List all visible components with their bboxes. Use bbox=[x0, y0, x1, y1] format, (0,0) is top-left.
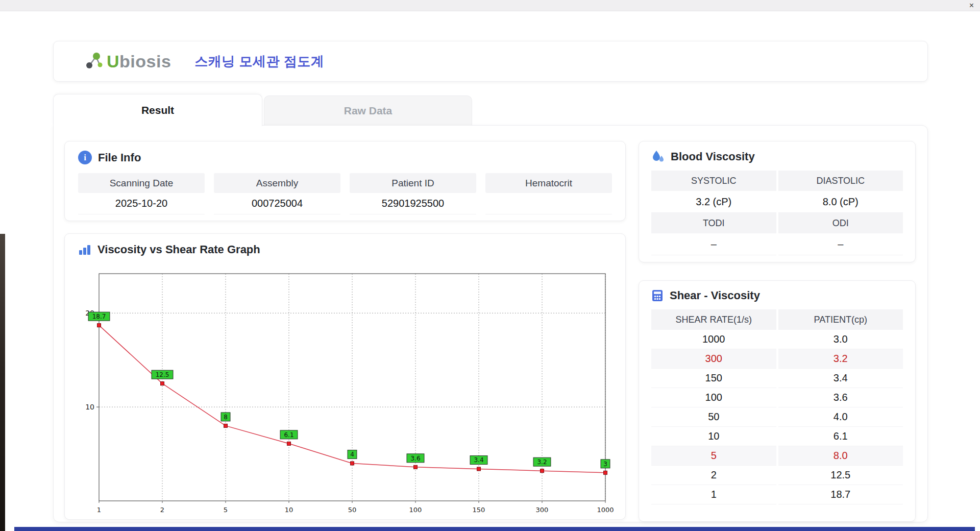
tab-result-label: Result bbox=[141, 104, 174, 116]
field-value bbox=[485, 193, 612, 214]
bar-chart-icon bbox=[78, 244, 91, 256]
shear-rate-cell: 150 bbox=[651, 369, 776, 388]
blood-viscosity-table: SYSTOLIC DIASTOLIC 3.2 (cP) 8.0 (cP) TOD… bbox=[651, 171, 903, 255]
svg-text:5: 5 bbox=[224, 506, 228, 514]
svg-text:3.6: 3.6 bbox=[410, 455, 420, 462]
graph-title: Viscosity vs Shear Rate Graph bbox=[97, 243, 260, 256]
shear-rate-column-header: SHEAR RATE(1/s) bbox=[651, 309, 776, 330]
tab-raw-data[interactable]: Raw Data bbox=[264, 95, 472, 126]
systolic-value: 3.2 (cP) bbox=[651, 191, 776, 213]
blood-viscosity-title-row: Blood Viscosity bbox=[651, 150, 903, 163]
tab-result[interactable]: Result bbox=[53, 94, 262, 126]
desktop-background-edge bbox=[0, 234, 5, 531]
svg-text:1: 1 bbox=[97, 506, 101, 514]
field-value: 52901925500 bbox=[350, 193, 476, 214]
svg-text:10: 10 bbox=[285, 506, 293, 514]
svg-text:2: 2 bbox=[160, 506, 164, 514]
shear-viscosity-table: SHEAR RATE(1/s) PATIENT(cp) 1000 3.0 300… bbox=[651, 309, 903, 504]
ubiosis-logo: Ubiosis bbox=[83, 51, 171, 71]
svg-text:150: 150 bbox=[473, 506, 485, 514]
logo-text-u: U bbox=[107, 52, 119, 71]
droplets-icon bbox=[651, 150, 665, 163]
header: Ubiosis 스캐닝 모세관 점도계 bbox=[53, 41, 928, 82]
shear-rate-cell: 1 bbox=[651, 485, 776, 504]
systolic-header: SYSTOLIC bbox=[651, 171, 776, 191]
shear-rate-cell: 100 bbox=[651, 388, 776, 407]
shear-rate-cell: 10 bbox=[651, 427, 776, 446]
svg-text:3: 3 bbox=[603, 461, 607, 468]
svg-text:8: 8 bbox=[224, 414, 228, 421]
svg-text:12.5: 12.5 bbox=[156, 371, 169, 378]
shear-rate-cell: 5 bbox=[651, 446, 776, 466]
shear-rate-cell: 50 bbox=[651, 407, 776, 427]
patient-column-header: PATIENT(cp) bbox=[778, 309, 903, 330]
shear-viscosity-title: Shear - Viscosity bbox=[670, 289, 760, 302]
field-label: Scanning Date bbox=[78, 173, 205, 193]
patient-cell: 8.0 bbox=[778, 446, 903, 466]
field-label: Hematocrit bbox=[485, 173, 612, 193]
field-label: Assembly bbox=[214, 173, 340, 193]
patient-cell: 12.5 bbox=[778, 466, 903, 485]
patient-cell: 4.0 bbox=[778, 407, 903, 427]
logo-text: Ubiosis bbox=[107, 52, 171, 71]
viscosity-chart: 10201251050100150300100018.712.586.143.6… bbox=[65, 234, 626, 520]
file-info-title: File Info bbox=[98, 151, 141, 164]
diastolic-value: 8.0 (cP) bbox=[778, 191, 903, 213]
svg-text:50: 50 bbox=[348, 506, 357, 514]
todi-header: TODI bbox=[651, 213, 776, 233]
svg-text:20: 20 bbox=[85, 309, 94, 317]
odi-header: ODI bbox=[778, 213, 903, 233]
svg-text:1000: 1000 bbox=[597, 506, 614, 514]
shear-viscosity-title-row: Shear - Viscosity bbox=[651, 289, 903, 302]
blood-viscosity-title: Blood Viscosity bbox=[671, 150, 755, 163]
shear-rate-cell: 2 bbox=[651, 466, 776, 485]
molecule-icon bbox=[83, 51, 105, 71]
field-assembly: Assembly 000725004 bbox=[214, 173, 340, 214]
svg-text:4: 4 bbox=[350, 451, 354, 458]
field-patient-id: Patient ID 52901925500 bbox=[350, 173, 476, 214]
patient-cell: 3.0 bbox=[778, 330, 903, 349]
field-value: 2025-10-20 bbox=[78, 193, 205, 214]
svg-text:3.4: 3.4 bbox=[474, 456, 483, 464]
odi-value: – bbox=[778, 233, 903, 255]
svg-text:300: 300 bbox=[536, 506, 549, 514]
field-hematocrit: Hematocrit bbox=[485, 173, 612, 214]
file-info-card: i File Info Scanning Date 2025-10-20 Ass… bbox=[64, 141, 626, 221]
shear-viscosity-card: Shear - Viscosity SHEAR RATE(1/s) PATIEN… bbox=[639, 280, 916, 522]
patient-cell: 18.7 bbox=[778, 485, 903, 504]
shear-rate-cell: 1000 bbox=[651, 330, 776, 349]
window-titlebar: × bbox=[0, 0, 980, 11]
tab-raw-data-label: Raw Data bbox=[344, 105, 393, 117]
svg-text:18.7: 18.7 bbox=[92, 313, 106, 320]
calculator-icon bbox=[651, 289, 664, 302]
diastolic-header: DIASTOLIC bbox=[778, 171, 903, 191]
patient-cell: 3.6 bbox=[778, 388, 903, 407]
window-bottom-edge bbox=[14, 527, 975, 531]
close-icon[interactable]: × bbox=[969, 0, 974, 11]
svg-text:100: 100 bbox=[409, 506, 422, 514]
svg-text:6.1: 6.1 bbox=[284, 431, 293, 439]
patient-cell: 3.4 bbox=[778, 369, 903, 388]
field-value: 000725004 bbox=[214, 193, 340, 214]
svg-text:10: 10 bbox=[85, 403, 94, 411]
blood-viscosity-card: Blood Viscosity SYSTOLIC DIASTOLIC 3.2 (… bbox=[639, 141, 916, 262]
field-scanning-date: Scanning Date 2025-10-20 bbox=[78, 173, 205, 214]
svg-text:3.2: 3.2 bbox=[537, 458, 547, 466]
patient-cell: 3.2 bbox=[778, 349, 903, 369]
shear-rate-cell: 300 bbox=[651, 349, 776, 369]
graph-card: Viscosity vs Shear Rate Graph 1020125105… bbox=[64, 233, 626, 520]
file-info-title-row: i File Info bbox=[78, 151, 612, 164]
page-title: 스캐닝 모세관 점도계 bbox=[194, 53, 324, 70]
file-info-fields: Scanning Date 2025-10-20 Assembly 000725… bbox=[78, 173, 612, 214]
patient-cell: 6.1 bbox=[778, 427, 903, 446]
todi-value: – bbox=[651, 233, 776, 255]
field-label: Patient ID bbox=[350, 173, 476, 193]
info-icon: i bbox=[78, 151, 92, 164]
graph-title-row: Viscosity vs Shear Rate Graph bbox=[78, 243, 625, 256]
logo-text-rest: biosis bbox=[119, 52, 171, 71]
